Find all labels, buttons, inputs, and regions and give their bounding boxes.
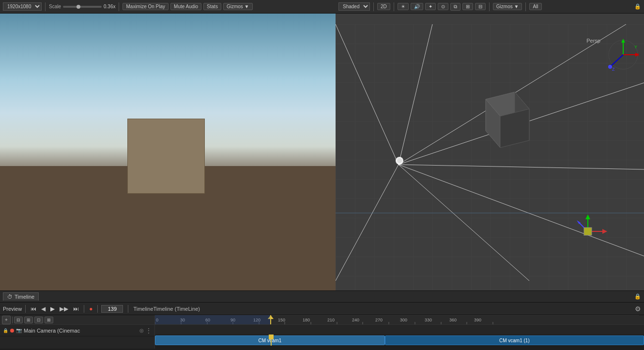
svg-text:30: 30 [180, 318, 185, 322]
timeline-right: 0 30 60 90 120 150 180 210 [155, 315, 644, 349]
fx-icon-btn[interactable]: ✦ [425, 3, 436, 10]
track-name-camera: Main Camera (Cinemac [24, 328, 138, 334]
svg-rect-32 [584, 228, 592, 235]
sep-3 [373, 2, 374, 11]
scale-label: Scale [49, 4, 61, 9]
ruler: 0 30 60 90 120 150 180 210 [155, 315, 644, 325]
svg-text:Y: Y [634, 45, 637, 49]
step-fwd-btn[interactable]: ▶▶ [58, 305, 70, 312]
playhead [271, 335, 272, 346]
track-labels: + ⊟ ⊞ ⊡ ⊠ 🔒 📷 Main Camera (Cinemac ◎ ⋮ [0, 315, 155, 349]
record-btn[interactable]: ● [88, 305, 94, 312]
svg-marker-63 [268, 315, 274, 319]
camera-position [394, 155, 405, 167]
svg-marker-31 [602, 229, 607, 234]
lock-icon: 🔒 [634, 3, 641, 10]
scene-extra3-btn[interactable]: ⊟ [475, 3, 486, 10]
scene-extra2-btn[interactable]: ⊞ [462, 3, 473, 10]
scene-view: Persp Y X Z [336, 14, 644, 290]
timeline-header: ⏱ Timeline 🔒 [0, 291, 644, 303]
svg-text:Z: Z [612, 67, 615, 72]
sep-tl3 [97, 305, 98, 313]
svg-text:240: 240 [352, 318, 359, 322]
game-view [0, 14, 336, 290]
gizmo-widget: Y X Z [606, 38, 640, 72]
prev-keyframe-btn[interactable]: ⏮ [29, 305, 38, 312]
clip-mode-btn[interactable]: ⊞ [24, 317, 33, 323]
sep-5 [489, 2, 490, 11]
2d-btn[interactable]: 2D [377, 3, 390, 10]
frame-input[interactable]: 139 [101, 305, 123, 313]
all-btn[interactable]: All [529, 3, 541, 10]
timeline-settings-btn[interactable]: ⚙ [635, 305, 641, 313]
light-icon-btn[interactable]: ☀ [398, 3, 409, 10]
timeline-name: TimelineTimeline (TimeLine) [133, 306, 200, 312]
timeline-tab[interactable]: ⏱ Timeline [3, 292, 39, 301]
main-panels: Persp Y X Z [0, 14, 644, 290]
scene-toolbar: Shaded 2D ☀ 🔊 ✦ ⊙ ⧉ ⊞ ⊟ Gizmos ▼ All 🔒 [336, 0, 644, 14]
svg-text:210: 210 [327, 318, 335, 322]
sep-tl4 [128, 305, 128, 313]
sep-tl2 [84, 305, 84, 313]
next-keyframe-btn[interactable]: ⏭ [72, 305, 80, 312]
sep-4 [394, 2, 394, 11]
track-label-main-camera: 🔒 📷 Main Camera (Cinemac ◎ ⋮ [0, 325, 154, 336]
scale-thumb [77, 5, 80, 9]
scale-slider[interactable] [63, 6, 102, 8]
clip-row-camera: CM vcam1 CM vcam1 (1) [155, 335, 644, 346]
svg-text:60: 60 [205, 318, 210, 322]
svg-text:120: 120 [253, 318, 261, 322]
play-btn[interactable]: ▶ [49, 305, 56, 312]
svg-text:330: 330 [425, 318, 432, 322]
step-back-btn[interactable]: ◀ [40, 305, 47, 312]
svg-point-25 [397, 158, 402, 163]
svg-text:150: 150 [278, 318, 285, 322]
scene-mode-btn[interactable]: ⊙ [438, 3, 448, 10]
add-btn[interactable]: + [2, 316, 11, 324]
shaded-select[interactable]: Shaded [338, 2, 370, 11]
track-content: CM vcam1 CM vcam1 (1) [155, 325, 644, 349]
track-menu-btn[interactable]: ⋮ [146, 327, 152, 334]
match-btn[interactable]: ⊠ [45, 317, 53, 323]
svg-marker-27 [585, 214, 590, 219]
maximize-on-play-btn[interactable]: Maximize On Play [123, 3, 169, 10]
sep-add [12, 317, 13, 323]
gizmos-scene-btn[interactable]: Gizmos ▼ [493, 3, 522, 10]
svg-marker-16 [621, 39, 625, 43]
lock-timeline-icon: 🔒 [634, 293, 641, 300]
mute-audio-btn[interactable]: Mute Audio [170, 3, 201, 10]
sep-6 [525, 2, 526, 11]
svg-text:0: 0 [156, 318, 158, 322]
scene-bg: Persp Y X Z [336, 24, 644, 290]
timeline-icon: ⏱ [7, 294, 13, 300]
preview-label: Preview [3, 306, 22, 312]
track-dot-camera [10, 329, 14, 333]
svg-text:180: 180 [303, 318, 310, 322]
svg-line-19 [611, 55, 623, 66]
audio-icon-btn[interactable]: 🔊 [411, 3, 423, 10]
add-track-spacer [155, 325, 644, 335]
camera-lock-icon: 🔒 [3, 328, 8, 333]
timeline-panel: ⏱ Timeline 🔒 Preview ⏮ ◀ ▶ ▶▶ ⏭ ● 139 Ti… [0, 290, 644, 349]
group-btn[interactable]: ⊟ [14, 317, 23, 323]
track-circle-icon: ◎ [139, 328, 144, 333]
svg-text:390: 390 [474, 318, 481, 322]
ripple-btn[interactable]: ⊡ [34, 317, 43, 323]
svg-text:90: 90 [230, 318, 235, 322]
resolution-select[interactable]: 1920x1080 [3, 2, 42, 11]
camera-icon: 📷 [16, 328, 22, 333]
game-toolbar: 1920x1080 Scale 0.36x Maximize On Play M… [0, 0, 336, 14]
svg-text:X: X [636, 52, 639, 57]
playhead-head [269, 335, 274, 339]
separator-2 [119, 2, 119, 11]
scene-extra1-btn[interactable]: ⧉ [450, 3, 460, 11]
sep-tl [25, 305, 26, 313]
svg-text:270: 270 [375, 318, 383, 322]
timeline-tab-label: Timeline [15, 294, 34, 300]
stats-btn[interactable]: Stats [203, 3, 221, 10]
clip-vcam1-1[interactable]: CM vcam1 (1) [385, 335, 644, 345]
scale-value: 0.36x [104, 4, 115, 9]
gizmos-game-btn[interactable]: Gizmos ▼ [223, 3, 253, 10]
add-track-row: + ⊟ ⊞ ⊡ ⊠ [0, 315, 154, 325]
timeline-tracks: + ⊟ ⊞ ⊡ ⊠ 🔒 📷 Main Camera (Cinemac ◎ ⋮ [0, 315, 644, 349]
